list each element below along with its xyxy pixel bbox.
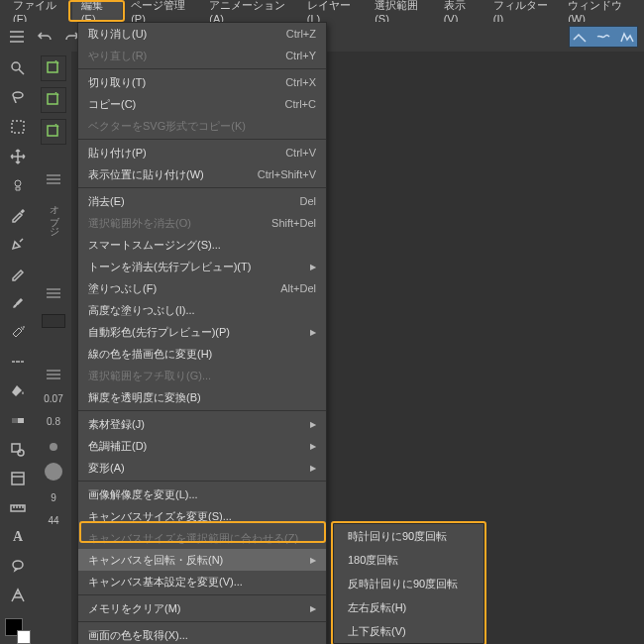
menuitem[interactable]: 貼り付け(P)Ctrl+V	[78, 142, 326, 163]
submenu-item[interactable]: 時計回りに90度回転	[334, 524, 483, 548]
menu-表示[interactable]: 表示(V)	[435, 0, 484, 22]
magnify-tool[interactable]	[5, 55, 31, 81]
menu-ウィンドウ[interactable]: ウィンドウ(W)	[559, 0, 640, 22]
menuitem[interactable]: 消去(E)Del	[78, 190, 326, 212]
dash-tool[interactable]	[5, 349, 31, 375]
menuitem: ベクターをSVG形式でコピー(K)	[78, 115, 326, 137]
menu-選択範囲[interactable]: 選択範囲(S)	[366, 0, 434, 22]
brush-tool[interactable]	[5, 290, 31, 316]
menuitem[interactable]: トーンを消去(先行プレビュー)(T)▶	[78, 256, 326, 277]
hamburger-icon-4[interactable]	[47, 370, 60, 381]
bucket-tool[interactable]	[5, 378, 31, 404]
menuitem: 選択範囲をフチ取り(G)...	[78, 365, 326, 386]
hamburger-icon-3[interactable]	[47, 288, 60, 300]
sub-tool-strip: オブジ 0.07 0.8 9 44	[36, 52, 71, 644]
value-2: 0.8	[47, 416, 60, 427]
color-swatch[interactable]	[5, 618, 31, 644]
ruler-tool[interactable]	[5, 495, 31, 521]
svg-point-15	[18, 450, 24, 456]
menu-フィルター[interactable]: フィルター(I)	[484, 0, 559, 22]
value-1: 0.07	[44, 393, 62, 404]
menuitem[interactable]: 画像解像度を変更(L)...	[78, 483, 326, 505]
shape-tool[interactable]	[5, 437, 31, 463]
subtool-1[interactable]	[41, 55, 66, 81]
menuitem[interactable]: 色調補正(D)▶	[78, 435, 326, 457]
pencil-tool[interactable]	[5, 261, 31, 286]
svg-point-9	[15, 180, 21, 186]
menuitem: キャンバスサイズを選択範囲に合わせる(Z)	[78, 527, 326, 549]
frame-tool[interactable]	[5, 466, 31, 491]
view-mode-group[interactable]	[569, 26, 638, 48]
svg-rect-19	[48, 62, 57, 72]
menuitem[interactable]: 塗りつぶし(F)Alt+Del	[78, 277, 326, 299]
subtool-2[interactable]	[41, 87, 66, 113]
menuitem[interactable]: メモリをクリア(M)▶	[78, 597, 326, 619]
svg-rect-21	[48, 126, 57, 136]
tool-palette: A	[0, 52, 36, 644]
brush-preview-dot-large	[45, 463, 62, 481]
svg-point-11	[24, 327, 25, 328]
menu-編集[interactable]: 編集(E)	[72, 0, 122, 22]
menuitem[interactable]: 高度な塗りつぶし(I)...	[78, 299, 326, 321]
hamburger-icon-2[interactable]	[47, 174, 60, 186]
menuitem: 選択範囲外を消去(O)Shift+Del	[78, 212, 326, 234]
menubar: ファイル(F)編集(E)ページ管理(P)アニメーション(A)レイヤー(L)選択範…	[0, 0, 644, 22]
rotate-flip-submenu: 時計回りに90度回転180度回転反時計回りに90度回転左右反転(H)上下反転(V…	[333, 523, 484, 644]
light-tool[interactable]	[5, 172, 31, 198]
svg-rect-13	[12, 418, 18, 423]
eyedropper-tool[interactable]	[5, 202, 31, 228]
submenu-item[interactable]: 左右反転(H)	[334, 595, 483, 619]
menuitem[interactable]: キャンバスを回転・反転(N)▶	[78, 549, 326, 571]
airbrush-tool[interactable]	[5, 319, 31, 345]
svg-point-18	[13, 561, 23, 569]
menuitem[interactable]: コピー(C)Ctrl+C	[78, 93, 326, 115]
move-tool[interactable]	[5, 144, 31, 169]
submenu-item[interactable]: 上下反転(V)	[334, 619, 483, 643]
text-tool[interactable]: A	[5, 525, 31, 551]
svg-point-10	[23, 329, 24, 330]
menuitem[interactable]: 自動彩色(先行プレビュー)(P)▶	[78, 321, 326, 343]
menuitem[interactable]: 輝度を透明度に変換(B)	[78, 386, 326, 408]
perspective-tool[interactable]	[5, 584, 31, 609]
svg-rect-8	[12, 121, 24, 133]
menuitem[interactable]: 取り消し(U)Ctrl+Z	[78, 23, 326, 45]
pen-tool[interactable]	[5, 232, 31, 258]
edit-menu-dropdown: 取り消し(U)Ctrl+Zやり直し(R)Ctrl+Y切り取り(T)Ctrl+Xコ…	[77, 22, 327, 644]
submenu-item[interactable]: 反時計回りに90度回転	[334, 572, 483, 595]
menuitem[interactable]: 線の色を描画色に変更(H)	[78, 343, 326, 365]
hamburger-icon[interactable]	[6, 26, 28, 48]
submenu-item[interactable]: 180度回転	[334, 548, 483, 572]
menuitem[interactable]: 表示位置に貼り付け(W)Ctrl+Shift+V	[78, 163, 326, 185]
balloon-tool[interactable]	[5, 554, 31, 580]
svg-point-6	[12, 62, 20, 70]
value-3: 9	[51, 492, 56, 503]
menuitem[interactable]: キャンバス基本設定を変更(V)...	[78, 571, 326, 592]
undo-icon[interactable]	[34, 26, 55, 48]
subtool-3[interactable]	[41, 119, 66, 145]
subtool-label: オブジ	[47, 198, 60, 231]
menuitem[interactable]: 変形(A)▶	[78, 457, 326, 479]
marquee-tool[interactable]	[5, 114, 31, 140]
gradient-tool[interactable]	[5, 407, 31, 433]
svg-rect-20	[48, 94, 57, 104]
menuitem[interactable]: スマートスムージング(S)...	[78, 234, 326, 256]
menu-レイヤー[interactable]: レイヤー(L)	[298, 0, 366, 22]
lasso-tool[interactable]	[5, 85, 31, 111]
svg-rect-16	[12, 473, 24, 484]
menu-アニメーション[interactable]: アニメーション(A)	[200, 0, 297, 22]
menu-ファイル[interactable]: ファイル(F)	[4, 0, 72, 22]
menuitem[interactable]: キャンバスサイズを変更(S)...	[78, 505, 326, 527]
value-4: 44	[48, 515, 58, 526]
slider-1[interactable]	[42, 314, 65, 328]
menu-ページ管理[interactable]: ページ管理(P)	[122, 0, 200, 22]
menuitem: やり直し(R)Ctrl+Y	[78, 45, 326, 66]
menuitem[interactable]: 素材登録(J)▶	[78, 413, 326, 435]
menuitem[interactable]: 切り取り(T)Ctrl+X	[78, 71, 326, 93]
menuitem[interactable]: 画面の色を取得(X)...	[78, 624, 326, 644]
brush-preview-dot	[50, 443, 57, 451]
